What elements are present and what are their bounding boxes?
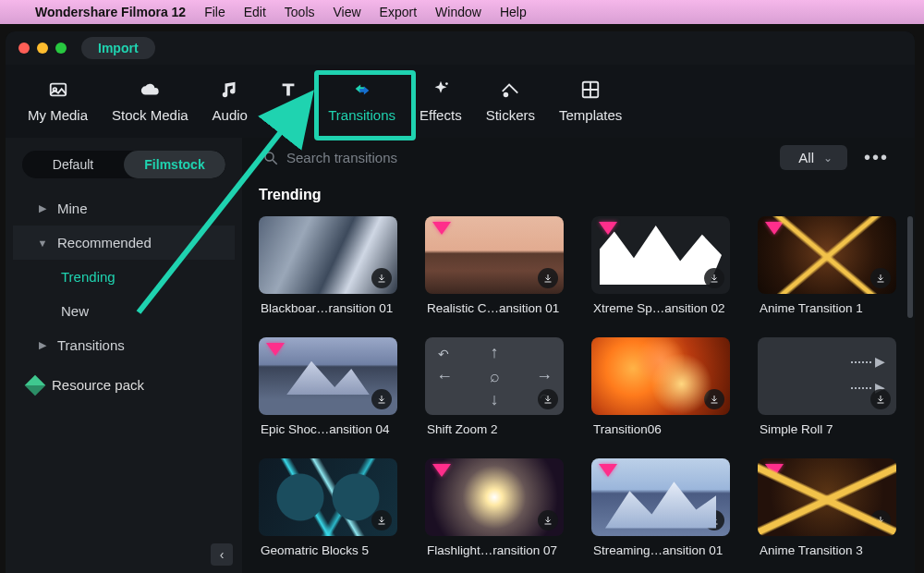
tab-audio[interactable]: Audio [213,78,248,123]
chevron-down-icon: ▼ [37,238,48,249]
transition-name: Anime Transition 3 [758,536,896,572]
tab-titles[interactable]: Titles [272,78,304,123]
transition-thumbnail[interactable] [259,216,397,294]
tree-transitions[interactable]: ▶ Transitions [13,328,235,362]
transition-card[interactable]: Realistic C…ansition 01 [425,216,564,330]
transition-thumbnail[interactable] [259,337,397,415]
zoom-window-button[interactable] [55,43,67,54]
download-button[interactable] [704,389,724,409]
minimize-window-button[interactable] [37,43,48,54]
transition-name: Realistic C…ansition 01 [425,294,564,330]
menu-window[interactable]: Window [435,5,481,19]
download-button[interactable] [371,268,392,288]
transition-card[interactable]: Anime Transition 3 [758,458,896,572]
window-titlebar: Import [6,31,915,65]
transition-grid: Blackboar…ransition 01Realistic C…ansiti… [259,216,894,573]
transition-card[interactable]: Xtreme Sp…ansition 02 [591,216,730,330]
menu-view[interactable]: View [334,5,361,19]
premium-badge-icon [432,464,451,477]
resource-pack[interactable]: Resource pack [6,368,242,402]
transition-thumbnail[interactable]: ↶↑←⌕→↓↷ [425,337,564,415]
resource-pack-label: Resource pack [52,377,144,393]
category-tree: ▶ Mine ▼ Recommended Trending New ▶ Tran… [6,191,242,362]
titles-icon [276,78,300,102]
section-title: Trending [259,179,894,216]
tab-label: Titles [272,107,304,123]
segment-filmstock[interactable]: Filmstock [124,151,225,178]
tree-recommended[interactable]: ▼ Recommended [13,226,235,260]
transition-thumbnail[interactable] [425,458,564,536]
tab-templates[interactable]: Templates [559,78,622,123]
scrollbar-thumb[interactable] [907,216,913,318]
transition-name: Epic Shoc…ansition 04 [259,415,397,451]
download-button[interactable] [538,389,558,409]
transition-card[interactable]: Geomatric Blocks 5 [259,458,397,572]
download-button[interactable] [371,389,392,409]
more-options-button[interactable]: ••• [858,147,894,168]
transition-thumbnail[interactable] [591,458,730,536]
tab-label: My Media [28,107,88,123]
tab-label: Transitions [328,107,395,123]
transition-card[interactable]: Flashlight…ransition 07 [425,458,564,572]
transition-name: Simple Roll 7 [758,415,896,451]
download-button[interactable] [538,268,558,288]
transition-name: Blackboar…ransition 01 [259,294,397,330]
transition-card[interactable]: Anime Transition 1 [758,216,896,330]
transition-card[interactable]: ▶▶Simple Roll 7 [758,337,896,451]
transition-thumbnail[interactable] [591,337,730,415]
tab-stickers[interactable]: Stickers [486,78,535,123]
stickers-icon [498,78,522,102]
search-input[interactable]: Search transitions [262,150,503,166]
tab-effects[interactable]: Effects [419,78,462,123]
transition-card[interactable]: Streaming…ansition 01 [591,458,730,572]
transition-thumbnail[interactable] [758,458,896,536]
transition-card[interactable]: Epic Shoc…ansition 04 [259,337,397,451]
segment-default[interactable]: Default [22,151,124,178]
tree-mine[interactable]: ▶ Mine [13,191,235,226]
transition-thumbnail[interactable]: ▶▶ [758,337,896,415]
premium-badge-icon [599,222,617,235]
menu-edit[interactable]: Edit [244,5,266,19]
tree-new[interactable]: New [13,294,235,328]
transition-card[interactable]: Blackboar…ransition 01 [259,216,397,330]
collapse-sidebar-button[interactable]: ‹ [211,543,233,566]
download-button[interactable] [704,268,724,288]
download-button[interactable] [371,510,392,530]
download-button[interactable] [538,510,558,530]
content-toolbar: Search transitions All ⌄ ••• [242,138,915,174]
import-button[interactable]: Import [81,37,155,59]
tab-transitions[interactable]: Transitions [328,78,395,123]
tab-label: Templates [559,107,622,123]
package-icon [25,374,46,396]
download-button[interactable] [870,268,891,288]
menu-help[interactable]: Help [500,5,527,19]
menu-tools[interactable]: Tools [285,5,315,19]
svg-point-3 [504,92,509,98]
transition-card[interactable]: Transition06 [591,337,730,451]
svg-line-8 [273,160,277,165]
tab-label: Stickers [486,107,535,123]
tree-trending[interactable]: Trending [13,260,235,294]
transition-thumbnail[interactable] [425,216,564,294]
filter-dropdown[interactable]: All ⌄ [780,145,847,170]
menu-file[interactable]: File [204,5,225,19]
tab-stock-media[interactable]: Stock Media [112,78,188,123]
transitions-icon [350,78,374,102]
transition-thumbnail[interactable] [591,216,730,294]
transition-card[interactable]: ↶↑←⌕→↓↷Shift Zoom 2 [425,337,564,451]
content-scroll[interactable]: Trending Blackboar…ransition 01Realistic… [242,174,915,573]
library-source-segment[interactable]: Default Filmstock [22,151,225,178]
close-window-button[interactable] [18,43,30,54]
transition-thumbnail[interactable] [758,216,896,294]
download-button[interactable] [870,510,891,530]
transition-name: Streaming…ansition 01 [591,536,730,572]
tab-my-media[interactable]: My Media [28,78,88,123]
menu-export[interactable]: Export [380,5,417,19]
templates-icon [578,78,602,102]
download-button[interactable] [870,389,891,409]
transition-name: Flashlight…ransition 07 [425,536,564,572]
mac-app-name[interactable]: Wondershare Filmora 12 [35,5,186,19]
traffic-lights [18,43,67,54]
download-button[interactable] [704,510,724,530]
transition-thumbnail[interactable] [259,458,397,536]
